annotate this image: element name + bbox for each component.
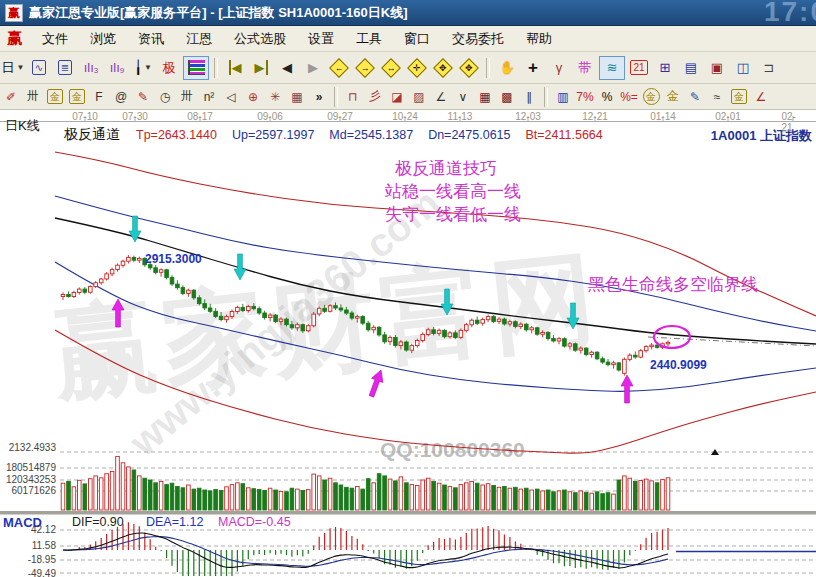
pattern-window-icon[interactable]: ∿ xyxy=(27,57,51,79)
volume-profile-icon[interactable] xyxy=(183,56,209,80)
date-axis-label: 02-01 xyxy=(715,111,741,122)
angle-measure-icon[interactable]: γ xyxy=(547,57,571,79)
delivery-icon[interactable]: ⊐ xyxy=(757,57,781,79)
indicator-value: Up=2597.1997 xyxy=(232,128,314,142)
more-tools-icon[interactable]: » xyxy=(309,87,329,106)
brush-tool-icon[interactable]: ✐ xyxy=(1,87,21,106)
gann-fan-icon[interactable]: 彡 xyxy=(365,87,385,106)
date-axis-label: 02-21 xyxy=(782,111,805,133)
pan-left-icon[interactable]: ← xyxy=(327,57,351,79)
macd-axis-label: 11.58 xyxy=(0,540,56,551)
percent-icon[interactable]: % xyxy=(597,87,617,106)
annotation-lifeline: 黑色生命线多空临界线 xyxy=(588,273,758,296)
menu-item[interactable]: 江恩 xyxy=(175,26,223,51)
annotation-line: 极反通道技巧 xyxy=(385,157,521,180)
percent-lines-icon[interactable]: %= xyxy=(619,87,639,106)
gold-lines-icon[interactable]: 金 xyxy=(663,87,683,106)
expand-icon[interactable]: ✥ xyxy=(431,57,455,79)
move-all-icon[interactable]: ✥ xyxy=(457,57,481,79)
volume-axis-label: 60171626 xyxy=(0,485,56,496)
crosshair-tool-icon[interactable]: + xyxy=(521,57,545,79)
spiderweb-icon[interactable]: ✳ xyxy=(265,87,285,106)
notepad-icon[interactable]: ▤ xyxy=(679,57,703,79)
gold-circle-icon[interactable]: 金 xyxy=(641,87,661,106)
menu-item[interactable]: 设置 xyxy=(297,26,345,51)
time-cycle-icon[interactable]: ◷ xyxy=(155,87,175,106)
zoom-horizontal-icon[interactable]: ↔ xyxy=(379,57,403,79)
date-axis-label: 10-24 xyxy=(392,111,418,122)
jifan-channel-icon[interactable]: 极 xyxy=(157,57,181,79)
golden-section-icon[interactable]: 金 xyxy=(45,87,65,106)
wave-3-icon[interactable]: ılı3 xyxy=(79,57,103,79)
menu-logo-icon: 赢 xyxy=(7,29,22,48)
menu-item[interactable]: 文件 xyxy=(31,26,79,51)
rect-frame-icon[interactable]: ⊓ xyxy=(343,87,363,106)
zigzag-icon[interactable]: ∨ xyxy=(453,87,473,106)
pane-period-label: 日K线 xyxy=(5,117,40,135)
period-day-selector[interactable]: 日▼ xyxy=(1,57,25,79)
chart-region[interactable]: 赢家财富网 www.yingjia360.com QQ:100800360 日K… xyxy=(0,110,816,577)
toolbar-separator xyxy=(214,58,218,78)
magenta-up-arrow xyxy=(366,368,387,398)
angle-line-icon[interactable]: ∠ xyxy=(431,87,451,106)
cyan-down-arrow xyxy=(441,289,453,315)
ribbon-tool-icon[interactable]: 带 xyxy=(573,57,597,79)
price-low-label: 2440.9099 xyxy=(650,358,707,372)
spiral-icon[interactable]: @ xyxy=(111,87,131,106)
toolbar-drawing: ✐卅金金F@✎◷卅n²◁⊕✳▦»⊓彡◪▨∠∨▦▩∥▥7%%%=金金✎≈金∠ xyxy=(0,84,816,110)
shaded-fan-icon[interactable]: ▨ xyxy=(409,87,429,106)
fibonacci-icon[interactable]: F xyxy=(89,87,109,106)
highlight-ellipse xyxy=(654,326,690,348)
ruler-ticks-icon[interactable]: 卅 xyxy=(23,87,43,106)
dark-grid-icon[interactable]: ▦ xyxy=(475,87,495,106)
menu-item[interactable]: 交易委托 xyxy=(441,26,515,51)
pennant-icon[interactable]: ◁ xyxy=(221,87,241,106)
pan-right-icon[interactable]: → xyxy=(353,57,377,79)
magenta-up-arrow xyxy=(112,299,124,327)
gann-grid-icon[interactable]: ▦ xyxy=(287,87,307,106)
goto-last-icon[interactable]: ▶ xyxy=(249,57,273,79)
menu-item[interactable]: 窗口 xyxy=(393,26,441,51)
menu-item[interactable]: 公式选股 xyxy=(223,26,297,51)
marker-pen-icon[interactable]: ✎ xyxy=(685,87,705,106)
date-axis-label: 08-17 xyxy=(187,111,213,122)
menu-item[interactable]: 工具 xyxy=(345,26,393,51)
menu-item[interactable]: 帮助 xyxy=(515,26,563,51)
wave-9-icon[interactable]: ılı9 xyxy=(105,57,129,79)
menu-item[interactable]: 浏览 xyxy=(79,26,127,51)
info-document-icon[interactable]: ≣ xyxy=(53,57,77,79)
gold-box-icon[interactable]: 金 xyxy=(729,87,749,106)
title-bar[interactable]: 赢 赢家江恩专业版[赢家服务平台] - [上证指数 SH1A0001-160日K… xyxy=(0,0,816,26)
indicator-name[interactable]: 极反通道 xyxy=(64,126,120,144)
menu-item[interactable]: 资讯 xyxy=(127,26,175,51)
hand-tool-icon[interactable]: ✋ xyxy=(495,57,519,79)
time-ticks-icon[interactable]: 卅 xyxy=(177,87,197,106)
indicator-value-row: 极反通道 Tp=2643.1440Up=2597.1997Md=2545.138… xyxy=(64,125,618,144)
export-icon[interactable]: ◫ xyxy=(731,57,755,79)
box-grid-icon[interactable]: ▩ xyxy=(497,87,517,106)
parallel-lines-icon[interactable]: ∥ xyxy=(519,87,539,106)
percent-strike-icon[interactable]: 7% xyxy=(575,87,595,106)
angle-pen-icon[interactable]: ✎ xyxy=(133,87,153,106)
save-icon[interactable]: ▣ xyxy=(705,57,729,79)
macd-title[interactable]: MACD xyxy=(3,515,42,530)
compress-icon[interactable]: ✛ xyxy=(405,57,429,79)
calendar-icon[interactable]: 21 xyxy=(627,57,651,79)
macd-axis-label: -49.49 xyxy=(0,568,56,577)
candle-style-icon[interactable]: ╽▼ xyxy=(131,57,155,79)
angle-tool-icon[interactable]: ∠ xyxy=(751,87,771,106)
n-square-icon[interactable]: n² xyxy=(199,87,219,106)
cyan-down-arrow xyxy=(567,303,579,329)
wave-tool-icon[interactable]: ≈ xyxy=(707,87,727,106)
gann-circle-icon[interactable]: ⊕ xyxy=(243,87,263,106)
step-forward-icon[interactable]: ▶ xyxy=(301,57,325,79)
toolbar-separator xyxy=(486,58,490,78)
price-scale-icon[interactable]: ▥ xyxy=(553,87,573,106)
step-back-icon[interactable]: ◀ xyxy=(275,57,299,79)
fan-box-icon[interactable]: ◪ xyxy=(387,87,407,106)
cycle-tool-icon[interactable]: ≋ xyxy=(599,56,625,80)
date-axis-label: 12-21 xyxy=(582,111,608,122)
goto-first-icon[interactable]: ◀ xyxy=(223,57,247,79)
calculator-icon[interactable]: ⊞ xyxy=(653,57,677,79)
golden-band-icon[interactable]: 金 xyxy=(67,87,87,106)
